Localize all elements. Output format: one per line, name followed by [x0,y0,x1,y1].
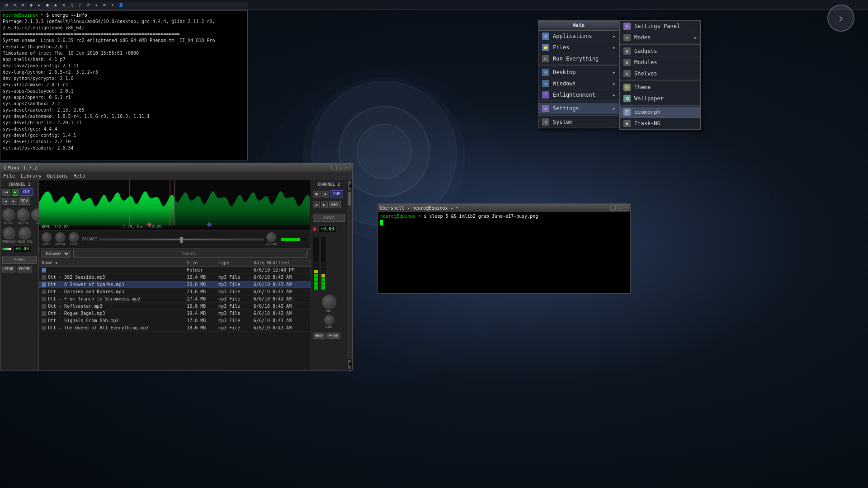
channel1-head[interactable]: HEAD [2,266,15,272]
taskbar-icon-3[interactable]: ⚙ [20,2,26,8]
balance-handle[interactable] [180,237,183,243]
channel1-fader-track[interactable] [2,248,11,250]
taskbar-icon-15[interactable]: 👤 [118,2,124,8]
menu-item-windows[interactable]: ⊞ Windows ▶ [538,78,619,89]
browse-mode-select[interactable]: Browse [42,250,71,258]
taskbar-icon-4[interactable]: ◉ [28,2,34,8]
list-item[interactable]: Ott - A Shower of Sparks.mp3 20.6 MB mp3… [39,281,311,288]
menu-item-settings[interactable]: ⚙ Settings ▶ [538,103,619,114]
next-button[interactable]: › [827,5,854,32]
submenu-ecomorph[interactable]: E Ecomorph [620,107,700,118]
mixer-maximize[interactable]: □ [338,165,343,170]
submenu-wallpaper[interactable]: 🖼 Wallpaper [620,93,700,104]
submenu-gadgets[interactable]: ◉ Gadgets [620,46,700,57]
channel1-db-row: +0.00 [2,245,37,252]
mixer-menu-library[interactable]: Library [21,173,42,179]
submenu-modules[interactable]: ⊞ Modules [620,57,700,68]
terminal1-line-11: dev-python/pycrypto: 2.1.0 [3,76,74,81]
ch2-low[interactable] [324,315,334,325]
channel2-play[interactable]: ▶ [322,191,329,197]
depth-main-knob[interactable] [55,232,65,242]
channel2-head[interactable]: HEAD [313,333,325,339]
scrollbar-vertical[interactable]: ▲ ▼ [347,180,352,370]
terminal2-minimize[interactable]: _ [610,205,616,211]
list-item[interactable]: Ott - Daisies and Rubies.mp3 23.6 MB mp3… [39,288,311,296]
mixer-menu-file[interactable]: File [3,173,15,179]
mixer-menu-options[interactable]: Options [47,173,68,179]
list-item[interactable]: Ott - 382 Seaside.mp3 15.4 MB mp3 File 6… [39,274,311,281]
taskbar-icon-10[interactable]: ♪ [77,2,83,8]
taskbar-icon-1[interactable]: ⊞ [4,2,10,8]
channel1-cue[interactable]: CUE [20,188,33,196]
menu-item-system[interactable]: 🖥 System [538,117,619,128]
mixer-close[interactable]: × [344,165,349,170]
list-item[interactable]: Ott - Rogue Bagel.mp3 19.4 MB mp3 File 6… [39,310,311,317]
taskbar-icon-7[interactable]: ◆ [52,2,59,8]
balance-slider[interactable] [99,239,264,240]
submenu-settings-panel[interactable]: ⚙ Settings Panel [620,21,700,32]
taskbar-icon-2[interactable]: ⊟ [12,2,18,8]
channel2-sync[interactable]: SYNC [313,214,345,222]
taskbar-icon-5[interactable]: ► [36,2,42,8]
terminal2-maximize[interactable]: □ [617,205,622,211]
terminal2-close[interactable]: × [623,205,628,211]
channel2-next[interactable]: ▶ [321,202,328,208]
channel1-next[interactable]: ▶ [10,198,17,205]
list-item[interactable]: Ott - The Queen of All Everything.mp3 18… [39,324,311,332]
mp3-icon-8 [42,326,46,330]
channel2-back[interactable]: ⏮ [313,191,321,197]
channel1-depth2[interactable] [17,208,29,221]
taskbar-icon-12[interactable]: ★ [93,2,99,8]
taskbar-icon-8[interactable]: ⊕ [61,2,67,8]
channel1-phone[interactable]: PHONE [17,266,32,272]
channel1-pregain[interactable] [3,227,15,239]
submenu-modes[interactable]: ◈ Modes ▶ [620,32,700,43]
list-item[interactable]: Ott - From Trunch to Stromness.mp3 27.4 … [39,296,311,303]
taskbar-icon-14[interactable]: ✦ [109,2,116,8]
submenu-shelves[interactable]: ≡ Shelves [620,68,700,80]
channel1-depth[interactable] [2,208,15,221]
menu-item-files[interactable]: 📁 Files ▶ [538,42,619,53]
menu-item-run[interactable]: ▷ Run Everything [538,53,619,65]
list-item[interactable]: Ott - Signals From Bob.mp3 17.8 MB mp3 F… [39,317,311,324]
channel2-prev[interactable]: ◀ [313,202,320,208]
submenu-theme[interactable]: 🎨 Theme [620,82,700,93]
taskbar-icon-9[interactable]: ♫ [69,2,75,8]
channel1-sync[interactable]: SYNC [2,256,37,264]
scroll-up[interactable]: ▲ [348,181,351,190]
taskbar-icon-6[interactable]: ● [44,2,51,8]
search-input[interactable] [73,250,308,258]
channel2-rev[interactable]: REV [329,201,341,208]
run-icon: ▷ [542,55,549,62]
mixer-minimize[interactable]: _ [331,165,337,170]
menu-item-applications[interactable]: ⊞ Applications ▶ [538,31,619,42]
channel2-phone[interactable]: PHONE [326,333,340,339]
channel1-headervol[interactable] [19,227,31,239]
temp-knob[interactable] [69,232,79,242]
channel1-rev[interactable]: REV [19,197,30,205]
channel1-back[interactable]: ⏮ [2,189,10,196]
submenu-modules-label: Modules [634,59,657,66]
channel2-cue[interactable]: CUE [330,190,343,197]
ch2-vol[interactable] [322,295,336,309]
menu-item-enlightenment[interactable]: E Enlightenment ▶ [538,89,619,101]
taskbar-icon-13[interactable]: ⊛ [101,2,108,8]
mp3-icon-3 [42,290,46,294]
submenu-itask[interactable]: ▦ Itask-NG [620,118,700,129]
volume-knob[interactable] [266,232,276,242]
scroll-thumb[interactable] [348,192,351,206]
mixer-menu-help[interactable]: Help [73,173,85,179]
col-name: Name ▼ [39,259,184,267]
list-item[interactable]: Ott - Roflcopter.mp3 16.8 MB mp3 File 6/… [39,303,311,310]
list-item[interactable]: Folder 6/6/10 12:43 PM [39,267,311,274]
channel1-prev[interactable]: ◀ [2,198,9,205]
terminal1-line-4: ========================================… [3,32,179,37]
terminal2-controls[interactable]: _ □ × [610,205,628,211]
menu-item-desktop[interactable]: ⊡ Desktop ▶ [538,67,619,78]
terminal1-line-7: Timestamp of tree: Thu, 10 Jun 2010 15:5… [3,51,139,56]
mixer-controls[interactable]: _ □ × [331,165,349,170]
taskbar-icon-11[interactable]: ♬ [85,2,91,8]
channel1-play[interactable]: ▶ [12,189,19,196]
rate-knob[interactable] [42,232,52,242]
scroll-down[interactable]: ▼ [348,360,351,369]
